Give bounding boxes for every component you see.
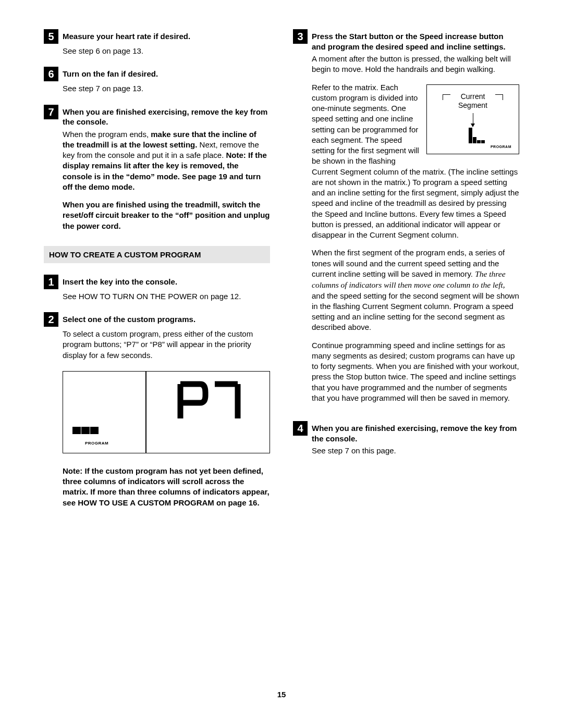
p7-display-figure: PROGRAM — [63, 371, 270, 453]
arrow-icon — [473, 113, 473, 125]
step-number: 3 — [293, 29, 308, 44]
program-label: PROGRAM — [85, 441, 108, 446]
step-number: 7 — [44, 105, 58, 119]
right-column: 3 Press the Start button or the Speed in… — [293, 29, 519, 515]
left-column: 5 Measure your heart rate if desired. Se… — [44, 29, 270, 515]
step-text: When the program ends, make sure that th… — [63, 129, 270, 193]
figure-label: Current Segment — [427, 92, 519, 110]
step-7: 7 When you are finished exercising, remo… — [44, 105, 270, 127]
step-title: When you are finished exercising, remove… — [63, 105, 270, 127]
page-number: 15 — [0, 690, 563, 699]
step-body: A moment after the button is pressed, th… — [312, 54, 519, 411]
step-number: 5 — [44, 29, 58, 44]
program-label: PROGRAM — [491, 144, 511, 149]
section-heading: HOW TO CREATE A CUSTOM PROGRAM — [44, 246, 270, 263]
step-body: See step 7 on this page. — [312, 446, 519, 456]
step-body: To select a custom program, press either… — [63, 329, 270, 361]
step-number: 2 — [44, 312, 58, 327]
step-text: See step 6 on page 13. — [63, 46, 270, 56]
step-body: See step 7 on page 13. — [63, 83, 270, 94]
step-body: Note: If the custom program has not yet … — [63, 466, 270, 508]
step-title: Turn on the fan if desired. — [63, 67, 158, 81]
step-body: See HOW TO TURN ON THE POWER on page 12. — [63, 291, 270, 302]
step-text: When the first segment of the program en… — [312, 248, 519, 332]
text-run: When the program ends, — [63, 130, 151, 139]
display-matrix: PROGRAM — [63, 372, 146, 453]
step-title: Press the Start button or the Speed incr… — [312, 29, 519, 52]
step-title: Insert the key into the console. — [63, 275, 177, 289]
current-segment-figure: Current Segment PROGRAM — [426, 84, 519, 154]
step-text: See HOW TO TURN ON THE POWER on page 12. — [63, 291, 270, 302]
manual-page: 5 Measure your heart rate if desired. Se… — [0, 0, 563, 728]
custom-step-2: 2 Select one of the custom programs. — [44, 312, 270, 327]
step-title: When you are finished exercising, remove… — [312, 421, 519, 443]
step-text: A moment after the button is pressed, th… — [312, 54, 519, 75]
step-text: To select a custom program, press either… — [63, 329, 270, 361]
step-text: When you are finished using the treadmil… — [63, 200, 270, 231]
text-line: Current — [461, 92, 485, 101]
step-text: Continue programming speed and incline s… — [312, 340, 519, 404]
step-text: See step 7 on this page. — [312, 446, 519, 456]
step-text: See step 7 on page 13. — [63, 83, 270, 94]
step-title: Select one of the custom programs. — [63, 312, 195, 327]
text-bold: When you are finished using the treadmil… — [63, 200, 270, 230]
step-6: 6 Turn on the fan if desired. — [44, 67, 270, 81]
custom-step-1: 1 Insert the key into the console. — [44, 275, 270, 289]
step-number: 4 — [293, 421, 308, 436]
step-note: Note: If the custom program has not yet … — [63, 466, 270, 508]
text-run: and the speed setting for the second seg… — [312, 291, 519, 332]
indicator-bars — [457, 125, 488, 143]
step-number: 1 — [44, 275, 58, 289]
step-title: Measure your heart rate if desired. — [63, 29, 190, 44]
step-body: When the program ends, make sure that th… — [63, 129, 270, 231]
custom-step-3: 3 Press the Start button or the Speed in… — [293, 29, 519, 52]
p7-icon — [174, 381, 242, 422]
indicator-bars — [72, 427, 99, 434]
text-line: Segment — [458, 101, 487, 109]
step-number: 6 — [44, 67, 58, 81]
step-body: See step 6 on page 13. — [63, 46, 270, 56]
text-bold: Note: If the custom program has not yet … — [63, 466, 270, 507]
custom-step-4: 4 When you are finished exercising, remo… — [293, 421, 519, 443]
step-5: 5 Measure your heart rate if desired. — [44, 29, 270, 44]
display-priority — [146, 372, 270, 453]
